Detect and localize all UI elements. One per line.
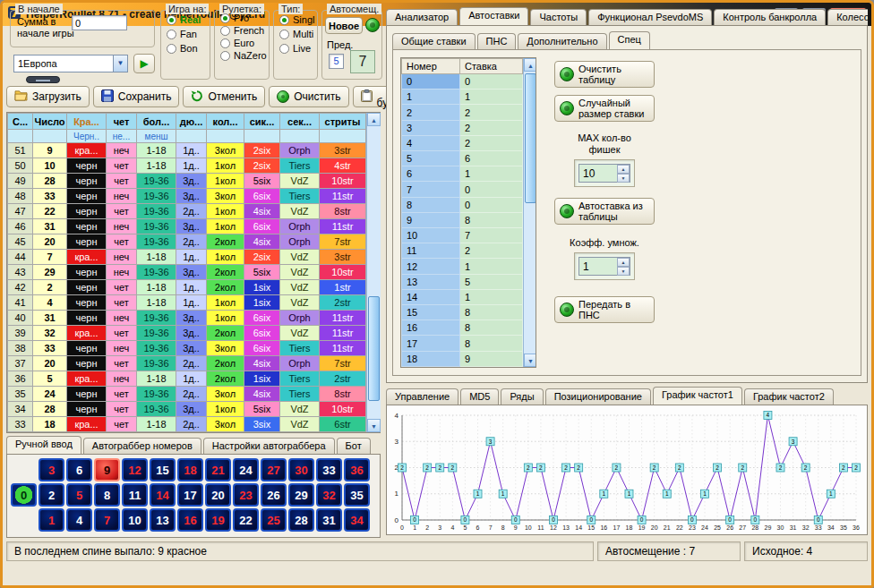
number-tile-19[interactable]: 19	[205, 508, 231, 532]
save-button[interactable]: Сохранить	[93, 86, 180, 107]
bet-row[interactable]: 42	[402, 135, 523, 150]
number-tile-28[interactable]: 28	[288, 508, 314, 532]
scroll-up-icon[interactable]: ▲	[367, 113, 381, 126]
number-tile-7[interactable]: 7	[94, 508, 120, 532]
table-row[interactable]: 365кра...неч1-181д..2кол1sixTiers2str	[8, 371, 366, 387]
radio-nazero[interactable]: NaZero	[220, 50, 269, 61]
number-tile-5[interactable]: 5	[66, 483, 92, 507]
new-autoshift-button[interactable]: Новое	[325, 17, 363, 34]
col-header[interactable]: С...	[8, 114, 33, 130]
table-row[interactable]: 3720чернчет19-362д..2кол4sixOrph7str	[8, 356, 366, 371]
radio-fan[interactable]: Fan	[167, 29, 210, 39]
radio-euro[interactable]: Euro	[220, 38, 269, 48]
number-tile-24[interactable]: 24	[233, 458, 259, 481]
send-to-pns-button[interactable]: Передать в ПНС	[554, 296, 655, 323]
number-tile-23[interactable]: 23	[233, 483, 259, 507]
tab-freq-chart2[interactable]: График частот2	[744, 388, 834, 405]
bet-row[interactable]: 56	[402, 151, 523, 166]
number-tile-26[interactable]: 26	[261, 483, 287, 507]
scrollbar-thumb[interactable]	[525, 73, 536, 203]
radio-multi[interactable]: Multi	[279, 29, 317, 39]
radio-bon[interactable]: Bon	[167, 43, 210, 54]
tab-rows[interactable]: Ряды	[501, 388, 543, 405]
table-row[interactable]: 4031черннеч19-363д..1кол6sixOrph11str	[8, 311, 366, 326]
tab-number-grabber[interactable]: Автограббер номеров	[83, 438, 201, 454]
bet-row[interactable]: 11	[402, 89, 523, 105]
bet-row[interactable]: 158	[402, 305, 523, 320]
bet-row[interactable]: 141	[402, 289, 523, 304]
col-header[interactable]: чет	[107, 114, 137, 130]
table-row[interactable]: 4833черннеч19-363д..3кол6sixTiers11str	[8, 189, 366, 204]
number-tile-29[interactable]: 29	[288, 483, 314, 507]
max-chips-input[interactable]	[579, 165, 617, 182]
spin-down-icon[interactable]: ▼	[617, 174, 630, 183]
spin-up-icon[interactable]: ▲	[617, 165, 630, 174]
number-tile-30[interactable]: 30	[288, 458, 314, 481]
number-tile-0[interactable]: 0	[11, 483, 37, 507]
bet-col-number[interactable]: Номер	[402, 59, 460, 74]
col-header[interactable]: сик...	[244, 114, 280, 130]
col-header[interactable]: дю...	[176, 114, 207, 130]
tab-autobets[interactable]: Автоставки	[459, 7, 528, 25]
bet-row[interactable]: 70	[402, 182, 523, 197]
number-tile-21[interactable]: 21	[205, 458, 231, 481]
subtab-additional[interactable]: Дополнительно	[518, 33, 606, 49]
number-tile-18[interactable]: 18	[177, 458, 203, 481]
number-tile-36[interactable]: 36	[344, 458, 370, 481]
bet-row[interactable]: 189	[402, 351, 523, 366]
number-tile-27[interactable]: 27	[261, 458, 287, 481]
radio-real[interactable]: Real	[167, 14, 210, 25]
table-row[interactable]: 4329черннеч19-363д..2кол5sixVdZ10str	[8, 265, 366, 280]
table-row[interactable]: 3833черннеч19-363д..3кол6sixTiers11str	[8, 341, 366, 356]
col-header[interactable]: кол...	[207, 114, 244, 130]
tab-bot[interactable]: Бот	[337, 438, 371, 454]
radio-live[interactable]: Live	[279, 43, 317, 54]
table-row[interactable]: 4722чернчет19-362д..1кол4sixVdZ8str	[8, 204, 366, 219]
game-select[interactable]: 1Европа ▼	[13, 55, 128, 72]
number-tile-33[interactable]: 33	[316, 458, 342, 481]
table-row[interactable]: 4520чернчет19-362д..2кол4sixOrph7str	[8, 234, 366, 250]
max-chips-stepper[interactable]: ▲▼	[578, 164, 630, 183]
table-row[interactable]: 414чернчет1-181д..1кол1sixVdZ2str	[8, 295, 366, 311]
number-tile-1[interactable]: 1	[39, 508, 64, 532]
tab-grabber-settings[interactable]: Настройки автограббера	[203, 438, 335, 454]
number-tile-20[interactable]: 20	[205, 483, 231, 507]
tab-positioning[interactable]: Позиционирование	[545, 388, 651, 405]
table-row[interactable]: 519кра...неч1-181д..3кол2sixOrph3str	[8, 143, 366, 158]
bet-row[interactable]: 121	[402, 259, 523, 274]
table-row[interactable]: 4928чернчет19-363д..1кол5sixVdZ10str	[8, 174, 366, 189]
start-sum-input[interactable]	[72, 15, 127, 30]
table-row[interactable]: 3318кра...чет1-182д..3кол3sixVdZ6str	[8, 417, 366, 432]
multiplier-stepper[interactable]: ▲▼	[578, 257, 630, 276]
clear-button[interactable]: Очистить	[269, 86, 348, 107]
number-tile-6[interactable]: 6	[66, 458, 92, 481]
col-header[interactable]: Число	[33, 114, 67, 130]
scrollbar-thumb[interactable]	[368, 296, 380, 402]
bet-row[interactable]: 22	[402, 105, 523, 120]
tab-analyzer[interactable]: Анализатор	[386, 9, 458, 25]
table-row[interactable]: 3524чернчет19-362д..3кол4sixTiers8str	[8, 387, 366, 402]
bet-row[interactable]: 61	[402, 166, 523, 182]
spin-up-icon[interactable]: ▲	[617, 258, 630, 267]
collapse-button[interactable]	[26, 76, 60, 83]
tab-md5[interactable]: MD5	[460, 388, 499, 405]
tab-manual-input[interactable]: Ручной ввод	[6, 436, 81, 454]
number-tile-15[interactable]: 15	[150, 458, 176, 481]
number-tile-4[interactable]: 4	[66, 508, 92, 532]
tab-psevdoms[interactable]: Функционал PsevdoMS	[588, 9, 712, 25]
multiplier-input[interactable]	[579, 258, 617, 275]
number-tile-31[interactable]: 31	[316, 508, 342, 532]
radio-french[interactable]: French	[220, 25, 269, 36]
col-header[interactable]: Кра...	[67, 114, 107, 130]
number-tile-14[interactable]: 14	[150, 483, 176, 507]
table-row[interactable]: 4631черннеч19-363д..1кол6sixOrph11str	[8, 219, 366, 234]
bet-scrollbar[interactable]: ▲ ▼	[523, 58, 536, 367]
scroll-up-icon[interactable]: ▲	[524, 58, 536, 72]
number-tile-12[interactable]: 12	[122, 458, 148, 481]
number-tile-8[interactable]: 8	[94, 483, 120, 507]
bet-row[interactable]: 00	[402, 74, 523, 89]
autobet-from-table-button[interactable]: Автоставка из таблицы	[554, 198, 655, 225]
bet-row[interactable]: 80	[402, 197, 523, 212]
number-tile-17[interactable]: 17	[177, 483, 203, 507]
start-button[interactable]: ▶	[133, 54, 155, 73]
